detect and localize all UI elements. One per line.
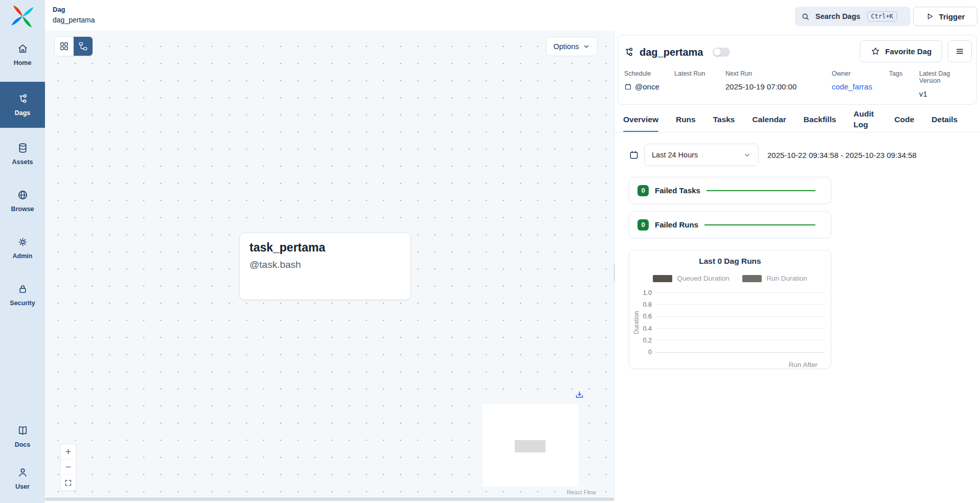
search-dags-button[interactable]: Search Dags Ctrl+K xyxy=(795,7,910,26)
zoom-controls xyxy=(60,444,76,491)
y-tick: 0.8 xyxy=(641,301,656,308)
trigger-button[interactable]: Trigger xyxy=(913,7,977,26)
chart-legend: Queued Duration Run Duration xyxy=(629,275,831,282)
failed-tasks-label: Failed Tasks xyxy=(655,186,700,195)
user-icon xyxy=(17,467,29,478)
tab-runs[interactable]: Runs xyxy=(676,107,696,132)
fit-view-icon xyxy=(64,479,72,487)
graph-minimap[interactable] xyxy=(483,404,578,487)
tab-audit-log[interactable]: Audit Log xyxy=(854,107,877,132)
gridline-row: 0.4 xyxy=(641,323,825,334)
field-label: Latest Run xyxy=(674,70,725,77)
grid-view-button[interactable] xyxy=(55,37,74,56)
failed-runs-card[interactable]: 0 Failed Runs xyxy=(629,211,831,238)
plus-icon xyxy=(64,448,72,455)
schedule-value: @once xyxy=(635,82,659,91)
sidebar-item-label: Browse xyxy=(11,205,34,213)
dag-meta-fields: Schedule @once Latest Run Next Run 2025-… xyxy=(623,70,971,98)
failed-runs-sparkline xyxy=(704,224,815,225)
legend-swatch-queued[interactable] xyxy=(653,275,672,282)
zoom-in-button[interactable] xyxy=(61,444,76,460)
view-mode-toggle xyxy=(54,36,93,56)
field-value xyxy=(674,82,725,91)
dag-menu-button[interactable] xyxy=(948,40,972,62)
sidebar-item-security[interactable]: Security xyxy=(0,274,45,316)
sidebar-item-assets[interactable]: Assets xyxy=(0,133,45,175)
y-tick: 0.6 xyxy=(641,313,656,320)
airflow-logo-icon xyxy=(10,4,35,29)
dag-icon xyxy=(623,47,634,58)
options-label: Options xyxy=(554,42,579,51)
legend-label-run[interactable]: Run Duration xyxy=(766,275,807,282)
field-latest-run: Latest Run xyxy=(674,70,725,98)
options-button[interactable]: Options xyxy=(546,37,598,56)
failed-tasks-sparkline xyxy=(706,190,815,191)
horizontal-scrollbar[interactable] xyxy=(45,497,614,501)
tab-code[interactable]: Code xyxy=(895,107,915,132)
zoom-out-button[interactable] xyxy=(61,460,76,475)
globe-icon xyxy=(17,189,29,201)
search-icon xyxy=(801,12,810,21)
time-range-select[interactable]: Last 24 Hours xyxy=(644,144,759,166)
failed-tasks-card[interactable]: 0 Failed Tasks xyxy=(629,177,831,204)
favorite-dag-button[interactable]: Favorite Dag xyxy=(860,40,942,62)
sidebar-item-home[interactable]: Home xyxy=(0,34,45,76)
sidebar-item-admin[interactable]: Admin xyxy=(0,227,45,269)
chevron-down-icon xyxy=(743,151,751,159)
chart-grid: 1.0 0.8 0.6 0.4 xyxy=(641,287,825,369)
tab-details[interactable]: Details xyxy=(931,107,958,132)
book-icon xyxy=(17,425,29,437)
graph-view-button[interactable] xyxy=(74,37,93,56)
dag-icon xyxy=(17,93,29,105)
time-range-text: 2025-10-22 09:34:58 - 2025-10-23 09:34:5… xyxy=(767,151,917,159)
task-node[interactable]: task_pertama @task.bash xyxy=(239,233,411,300)
y-tick: 0.2 xyxy=(641,337,656,344)
sidebar-item-docs[interactable]: Docs xyxy=(0,417,45,456)
fit-view-button[interactable] xyxy=(61,475,76,490)
breadcrumb-dag[interactable]: Dag xyxy=(53,6,95,13)
gridline-row: 0 xyxy=(641,346,825,358)
grid-icon xyxy=(59,41,69,51)
task-node-title: task_pertama xyxy=(249,241,401,255)
sidebar-item-label: Security xyxy=(10,300,35,307)
sidebar-item-label: Home xyxy=(14,59,32,66)
dag-title: dag_pertama xyxy=(640,47,703,58)
minus-icon xyxy=(64,463,72,471)
field-latest-dag-version: Latest Dag Version v1 xyxy=(919,70,971,98)
tab-calendar[interactable]: Calendar xyxy=(753,107,786,132)
chevron-down-icon xyxy=(583,43,590,50)
field-tags: Tags xyxy=(889,70,919,98)
database-icon xyxy=(17,142,29,154)
workflow-icon xyxy=(78,41,88,51)
tab-overview[interactable]: Overview xyxy=(623,107,658,132)
owner-link[interactable]: code_farras xyxy=(832,82,889,91)
failed-tasks-count-badge: 0 xyxy=(637,185,649,196)
pause-toggle[interactable] xyxy=(713,48,730,57)
x-axis-label: Run After xyxy=(641,361,825,369)
sidebar-item-label: User xyxy=(15,483,30,490)
field-label: Owner xyxy=(832,70,889,77)
favorite-dag-label: Favorite Dag xyxy=(885,47,932,56)
tab-tasks[interactable]: Tasks xyxy=(713,107,735,132)
sidebar-item-dags[interactable]: Dags xyxy=(0,82,45,128)
time-range-selected: Last 24 Hours xyxy=(652,151,743,159)
dag-graph-canvas[interactable]: Options task_pertama @task.bash React Fl… xyxy=(45,31,614,497)
minimap-node xyxy=(515,440,545,452)
field-value: 2025-10-19 07:00:00 xyxy=(725,82,832,91)
search-label: Search Dags xyxy=(815,12,860,20)
chart-title: Last 0 Dag Runs xyxy=(629,257,831,266)
task-node-operator: @task.bash xyxy=(249,259,401,270)
download-image-button[interactable] xyxy=(573,388,585,401)
tab-backfills[interactable]: Backfills xyxy=(804,107,836,132)
field-label: Latest Dag Version xyxy=(919,70,971,84)
sidebar-item-label: Dags xyxy=(15,109,31,117)
reactflow-attribution: React Flow xyxy=(566,489,596,495)
field-owner: Owner code_farras xyxy=(832,70,889,98)
legend-swatch-run[interactable] xyxy=(742,275,762,282)
legend-label-queued[interactable]: Queued Duration xyxy=(677,275,730,282)
sidebar-item-browse[interactable]: Browse xyxy=(0,180,45,222)
chart-plot: Duration 1.0 0.8 0.6 0.4 xyxy=(629,287,831,369)
dag-header-card: dag_pertama Favorite Dag Schedule @once xyxy=(618,35,977,105)
sidebar-item-user[interactable]: User xyxy=(0,459,45,498)
sidebar-item-label: Admin xyxy=(13,253,33,260)
